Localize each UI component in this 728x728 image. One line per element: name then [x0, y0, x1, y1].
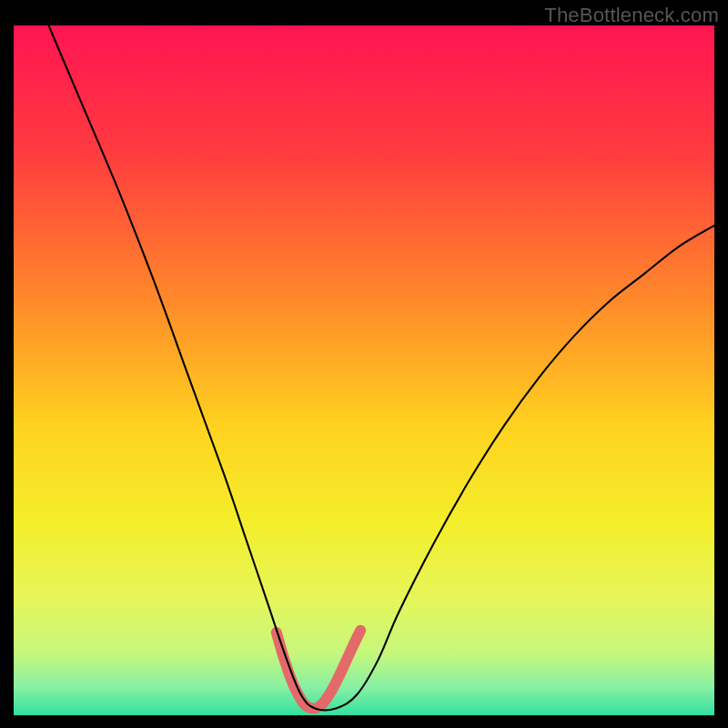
chart-container: TheBottleneck.com — [0, 0, 728, 728]
gradient-background — [14, 25, 714, 715]
plot-area — [14, 25, 714, 715]
watermark-text: TheBottleneck.com — [544, 4, 719, 27]
bottleneck-chart — [14, 25, 714, 715]
